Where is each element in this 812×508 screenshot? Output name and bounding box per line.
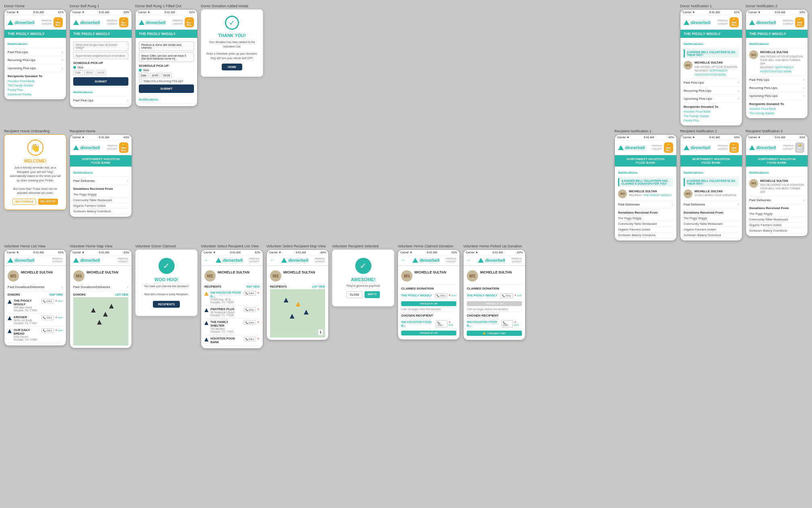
upcoming-pickups-nav[interactable]: Upcoming Pick-Ups › (684, 95, 739, 103)
back-arrow-icon[interactable]: ← (467, 257, 472, 263)
recipient-2[interactable]: The Family Shelter (749, 111, 804, 115)
map-button[interactable]: 📍 MAP (514, 320, 522, 327)
profile-logout[interactable]: PROFILE LOGOUT (783, 19, 793, 26)
past-donations-nav[interactable]: Past Donations/Deliveries › (8, 283, 63, 291)
profile-logout[interactable]: PROFILE LOGOUT (446, 257, 456, 264)
list-view-link[interactable]: LIST VIEW (115, 293, 129, 296)
donor-item-1[interactable]: THE PIGGLY WIGGLY 789 Main StreetHouston… (8, 297, 63, 314)
profile-logout[interactable]: PROFILE LOGOUT (511, 257, 522, 264)
call-button[interactable]: 📞 CALL (41, 299, 54, 304)
recipient-1[interactable]: Houston Food Bank (749, 107, 804, 111)
time-field-1[interactable]: 10:05 (150, 73, 160, 78)
call-button[interactable]: 📞 CALL (244, 320, 256, 325)
notifications-nav[interactable]: Notifications (749, 169, 804, 177)
map-tag[interactable]: 📍 (257, 321, 260, 324)
list-view-link[interactable]: LIST VIEW (312, 285, 326, 288)
map-tag[interactable]: 📍 (257, 338, 260, 340)
past-deliveries-nav[interactable]: Past Deliveries › (618, 201, 673, 209)
call-button[interactable]: 📞 CALL (41, 315, 54, 320)
food-description-input[interactable]: What food do you have to donate today? (73, 41, 128, 51)
back-arrow-icon[interactable]: ← (204, 257, 209, 263)
map-view[interactable]: ▲ ▲ ▲ ▲ (73, 297, 128, 346)
notifications-nav[interactable]: Notifications (684, 169, 739, 177)
past-deliveries-nav[interactable]: Past Deliveries › (749, 196, 804, 204)
upcoming-pickups-nav[interactable]: Upcoming Pick-Ups › (749, 92, 804, 100)
upcoming-pickups-nav[interactable]: Upcoming Pick-Ups › (8, 64, 63, 72)
map-tag[interactable]: 📍 (257, 292, 260, 294)
submit-button[interactable]: SUBMIT (139, 84, 194, 93)
profile-logout[interactable]: PROFILE LOGOUT (173, 19, 183, 26)
past-deliveries-nav[interactable]: Past Deliveries › (684, 201, 739, 209)
past-pickups-nav[interactable]: Past Pick-Ups › (73, 97, 128, 105)
recipient-item-2[interactable]: PANTRIES PLUS 38 Studemont StreetHouston… (204, 306, 260, 319)
profile-logout[interactable]: PROFILE LOGOUT (717, 19, 728, 26)
profile-logout[interactable]: PROFILE LOGOUT (118, 257, 128, 264)
call-button[interactable]: 📞 CALL (436, 320, 447, 327)
donor-item-3[interactable]: OUR DAILY BREAD 2400 FanninHouston, TX, … (8, 327, 63, 343)
notifications-nav[interactable]: Notifications (749, 40, 804, 48)
back-arrow-icon[interactable]: ← (270, 257, 275, 263)
bell-badge[interactable]: 🔔 BILLBELL (119, 17, 128, 27)
bell-badge[interactable]: 🔔 RINGBELL (795, 142, 804, 152)
weight-input[interactable]: About 10lbs. per box and we have 5 (the … (139, 52, 194, 62)
recipient-3[interactable]: Pantry Plus (684, 119, 739, 122)
notifications-nav[interactable]: Notifications (73, 169, 128, 177)
recipient-item-3[interactable]: THE FAMILY SHELTER 760 McAllenHouston, T… (204, 319, 260, 335)
recurring-pickups-nav[interactable]: Recurring Pick-Ups › (749, 84, 804, 92)
date-field[interactable]: Date (139, 73, 148, 78)
past-deliveries-nav[interactable]: Past Deliveries › (73, 177, 128, 185)
recipient-1[interactable]: Houston Food Bank (684, 110, 739, 113)
recipient-pantry-plus[interactable]: Pantry Plus (8, 88, 63, 92)
bell-badge[interactable]: 🔔 RINGBELL (119, 142, 128, 152)
recipient-item-4[interactable]: HOUSTON FOOD BANK 📞 CALL 📍 (204, 335, 260, 346)
profile-logout[interactable]: PROFILE LOGOUT (107, 144, 117, 151)
call-button[interactable]: 📞 CALL (435, 293, 447, 298)
notifications-nav[interactable]: Notifications (73, 88, 128, 97)
call-button[interactable]: 📞 CALL (244, 291, 256, 296)
recipient-2[interactable]: The Family Shelter (684, 114, 739, 118)
i-picked-up-button-2[interactable]: 🔔 I PICKED IT UP! (467, 331, 522, 336)
profile-link[interactable]: PROFILE (41, 19, 52, 23)
profile-logout[interactable]: PROFILE LOGOUT (41, 19, 52, 26)
bell-badge[interactable]: 🔔 RINGBELL (54, 17, 63, 27)
date-field[interactable]: Date (73, 70, 83, 75)
map-it-button[interactable]: MAP IT (365, 291, 380, 298)
recipient-downtown-pantry[interactable]: Downtown Pantry (8, 93, 63, 96)
map-view-link[interactable]: MAP VIEW (246, 285, 260, 288)
bell-badge[interactable]: 🔔 RINGBELL (730, 17, 739, 27)
profile-logout[interactable]: PROFILE LOGOUT (52, 257, 63, 264)
map-tag[interactable]: 📍 MAP (55, 317, 63, 319)
recipient-houston[interactable]: Houston Food Bank (8, 79, 63, 83)
map-tag[interactable]: 📍 MAP (55, 329, 63, 332)
now-radio[interactable]: Now (139, 69, 194, 72)
logout-link[interactable]: LOGOUT (42, 23, 52, 26)
profile-logout[interactable]: PROFILE LOGOUT (652, 144, 662, 151)
profile-logout[interactable]: PROFILE LOGOUT (249, 257, 260, 264)
notifications-nav[interactable]: Notifications (618, 169, 673, 177)
call-button[interactable]: 📞 CALL (41, 328, 54, 333)
profile-logout[interactable]: PROFILE LOGOUT (107, 19, 117, 26)
submit-button[interactable]: SUBMIT (73, 77, 128, 86)
notifications-nav[interactable]: Notifications (8, 40, 63, 48)
recurring-checkbox[interactable] (139, 79, 142, 82)
map-view-link[interactable]: MAP VIEW (49, 293, 63, 296)
edit-profile-button[interactable]: EDIT PROFILE (12, 199, 36, 205)
map-button[interactable]: 📍 MAP (448, 293, 456, 298)
profile-logout[interactable]: PROFILE LOGOUT (315, 257, 325, 264)
past-pickups-nav[interactable]: Past Pick-Ups › (684, 79, 739, 87)
call-button[interactable]: 📞 CALL (501, 293, 513, 298)
call-button[interactable]: 📞 CALL (244, 337, 256, 341)
recurring-pickups-nav[interactable]: Recurring Pick-Ups › (8, 56, 63, 64)
time-field-2[interactable]: 00:00 (96, 70, 106, 75)
map-button[interactable]: 📍 MAP (514, 293, 522, 298)
i-picked-up-button[interactable]: I PICKED IT UP! (401, 301, 456, 306)
past-pickups-nav[interactable]: Past Pick-Ups › (8, 48, 63, 56)
past-donations-nav[interactable]: Past Donations/Deliveries › (73, 283, 128, 291)
bell-badge[interactable]: 🔔 RINGBELL (664, 142, 673, 152)
profile-logout[interactable]: PROFILE LOGOUT (783, 144, 793, 151)
bell-badge[interactable]: 🔔 BILLBELL (185, 17, 194, 27)
notifications-nav[interactable]: Notifications (684, 40, 739, 48)
back-arrow-icon[interactable]: ← (401, 257, 406, 263)
recurring-pickups-nav[interactable]: Recurring Pick-Ups › (684, 87, 739, 95)
recipient-family-shelter[interactable]: The Family Shelter (8, 84, 63, 87)
